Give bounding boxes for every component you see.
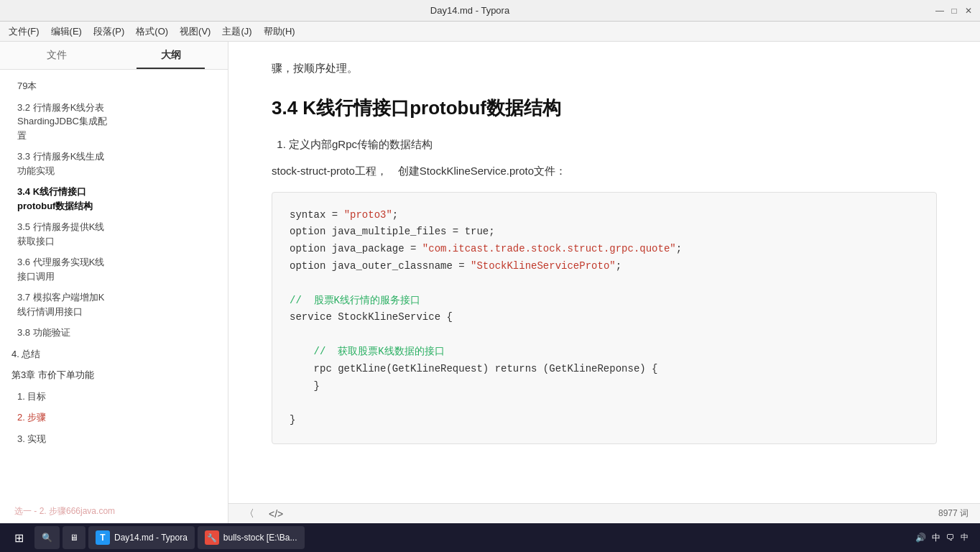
taskbar-app-task-view[interactable]: 🖥 (63, 526, 85, 549)
toc-item[interactable]: 79本 (0, 75, 228, 97)
toc-item[interactable]: 3.8 功能验证 (0, 322, 228, 344)
window-controls[interactable]: — □ ✕ (934, 5, 974, 17)
editor-content[interactable]: 骤，按顺序处理。 3.4 K线行情接口protobuf数据结构 定义内部gRpc… (228, 42, 980, 503)
code-line-3: option java_package = "com.itcast.trade.… (290, 241, 919, 258)
taskbar-apps: 🔍 🖥 T Day14.md - Typora 🔧 bulls-stock [E… (34, 526, 305, 549)
code-line-1: syntax = "proto3"; (290, 207, 919, 224)
code-line-11: } (290, 378, 919, 395)
bulls-stock-label: bulls-stock [E:\Ba... (223, 533, 297, 543)
section-heading: 3.4 K线行情接口protobuf数据结构 (272, 92, 937, 124)
ime-indicator[interactable]: 中 (932, 532, 940, 544)
toc-item[interactable]: 3.7 模拟客户端增加K线行情调用接口 (0, 287, 228, 322)
code-line-6: // 股票K线行情的服务接口 (290, 293, 919, 310)
menu-view[interactable]: 视图(V) (174, 24, 216, 40)
doc-para: stock-struct-proto工程， 创建StockKlineServic… (272, 162, 937, 180)
sidebar-tabs: 文件 大纲 (0, 42, 228, 70)
doc-list: 定义内部gRpc传输的数据结构 (272, 135, 937, 154)
windows-icon: ⊞ (14, 531, 24, 545)
minimize-button[interactable]: — (934, 5, 946, 17)
menu-help[interactable]: 帮助(H) (258, 24, 301, 40)
status-left: 〈 </> (240, 506, 287, 522)
taskbar-tray: 🔊 中 🗨 中 (915, 532, 974, 544)
window-title: Day14.md - Typora (6, 5, 934, 16)
code-line-5 (290, 275, 919, 293)
network-icon: 🔊 (915, 533, 926, 543)
typora-icon: T (96, 530, 110, 545)
main-layout: 文件 大纲 79本 3.2 行情服务K线分表ShardingJDBC集成配置 3… (0, 42, 980, 523)
search-icon: 🔍 (42, 533, 52, 543)
sidebar: 文件 大纲 79本 3.2 行情服务K线分表ShardingJDBC集成配置 3… (0, 42, 228, 523)
nav-prev-button[interactable]: 〈 (240, 506, 259, 522)
tab-outline[interactable]: 大纲 (114, 42, 228, 69)
code-line-9: // 获取股票K线数据的接口 (290, 344, 919, 361)
toc-item[interactable]: 3.5 行情服务提供K线获取接口 (0, 216, 228, 252)
clock-time: 中 (961, 532, 969, 543)
taskbar-app-search[interactable]: 🔍 (34, 526, 60, 549)
toc-item[interactable]: 4. 总结 (0, 344, 228, 365)
status-right: 8977 词 (938, 507, 969, 520)
toc-item[interactable]: 3.2 行情服务K线分表ShardingJDBC集成配置 (0, 97, 228, 147)
code-block: syntax = "proto3"; option java_multiple_… (272, 192, 937, 444)
close-button[interactable]: ✕ (963, 5, 974, 17)
menu-theme[interactable]: 主题(J) (216, 24, 257, 40)
taskbar: ⊞ 🔍 🖥 T Day14.md - Typora 🔧 bulls-stock … (0, 523, 980, 552)
taskbar-app-typora[interactable]: T Day14.md - Typora (88, 526, 195, 549)
menu-bar: 文件(F) 编辑(E) 段落(P) 格式(O) 视图(V) 主题(J) 帮助(H… (0, 22, 980, 42)
notification-icon[interactable]: 🗨 (946, 533, 955, 543)
toc-item-active[interactable]: 3.4 K线行情接口protobuf数据结构 (0, 181, 228, 216)
code-line-12 (290, 395, 919, 412)
code-line-10: rpc getKline(GetKlineRequest) returns (G… (290, 361, 919, 378)
code-line-4: option java_outer_classname = "StockKlin… (290, 258, 919, 275)
system-clock: 中 (961, 532, 969, 543)
toc-item-highlighted[interactable]: 2. 步骤 (0, 407, 228, 428)
menu-edit[interactable]: 编辑(E) (45, 24, 88, 40)
code-line-8 (290, 326, 919, 344)
word-count: 8977 词 (938, 507, 969, 520)
taskbar-app-bulls-stock[interactable]: 🔧 bulls-stock [E:\Ba... (198, 526, 305, 549)
code-line-13: } (290, 412, 919, 429)
menu-file[interactable]: 文件(F) (3, 24, 45, 40)
bulls-stock-icon: 🔧 (205, 530, 219, 545)
nav-code-button[interactable]: </> (264, 507, 287, 521)
code-line-2: option java_multiple_files = true; (290, 224, 919, 241)
menu-format[interactable]: 格式(O) (130, 24, 174, 40)
editor-area: 骤，按顺序处理。 3.4 K线行情接口protobuf数据结构 定义内部gRpc… (228, 42, 980, 523)
tab-files[interactable]: 文件 (0, 42, 114, 69)
toc-item[interactable]: 3.6 代理服务实现K线接口调用 (0, 252, 228, 287)
list-item-1: 定义内部gRpc传输的数据结构 (289, 135, 937, 154)
doc-intro-text: 骤，按顺序处理。 (272, 59, 937, 78)
typora-label: Day14.md - Typora (114, 533, 188, 543)
watermark: 选一 - 2. 步骤666java.com (14, 505, 115, 518)
menu-paragraph[interactable]: 段落(P) (88, 24, 130, 40)
start-button[interactable]: ⊞ (6, 525, 32, 551)
toc-item[interactable]: 第3章 市价下单功能 (0, 364, 228, 386)
maximize-button[interactable]: □ (948, 5, 960, 17)
status-bar: 〈 </> 8977 词 (228, 503, 980, 523)
toc-item[interactable]: 1. 目标 (0, 386, 228, 408)
toc-item[interactable]: 3.3 行情服务K线生成功能实现 (0, 146, 228, 181)
toc-item[interactable]: 3. 实现 (0, 428, 228, 450)
sidebar-content: 79本 3.2 行情服务K线分表ShardingJDBC集成配置 3.3 行情服… (0, 70, 228, 523)
task-view-icon: 🖥 (70, 533, 78, 543)
code-line-7: service StockKlineService { (290, 309, 919, 326)
title-bar: Day14.md - Typora — □ ✕ (0, 0, 980, 22)
